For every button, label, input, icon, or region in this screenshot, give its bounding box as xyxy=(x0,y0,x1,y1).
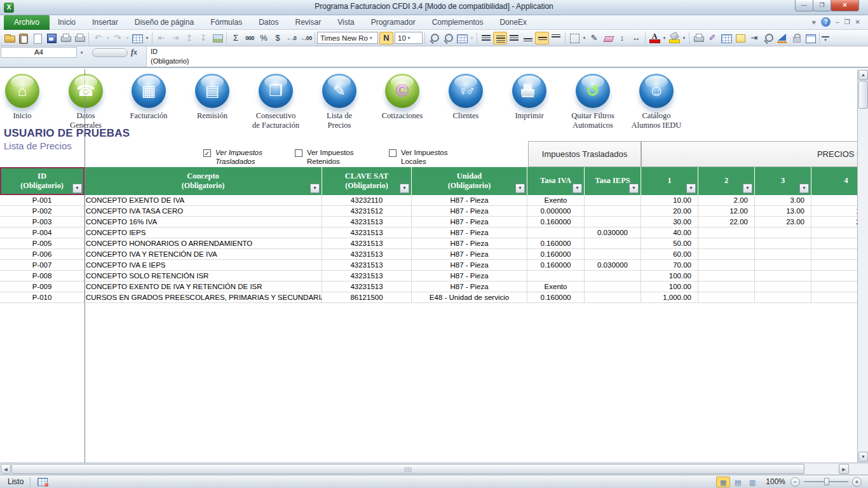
tab-datos[interactable]: Datos xyxy=(250,15,287,30)
table-cell[interactable] xyxy=(527,271,585,281)
table-cell[interactable]: Exento xyxy=(527,195,585,206)
thousands-format-button[interactable]: 000 xyxy=(243,32,257,44)
fill-color-dropdown-icon[interactable]: ▾ xyxy=(681,36,687,41)
column-header-precio-3[interactable]: 3 ▼ xyxy=(755,167,811,195)
zoom-out-button[interactable]: − xyxy=(790,477,800,487)
table-cell[interactable]: 43231513 xyxy=(322,238,412,249)
table-cell[interactable]: 50.00 xyxy=(641,238,698,249)
more-buttons-icon[interactable]: ▾ xyxy=(822,36,829,43)
tab-programador[interactable]: Programador xyxy=(363,15,424,30)
table-cell[interactable]: 0.160000 xyxy=(527,292,585,303)
delete-cells-button[interactable]: ⇥ xyxy=(168,32,182,44)
format-painter-button[interactable]: ✐ xyxy=(705,32,719,44)
vertical-scrollbar[interactable]: ▲ ▼ xyxy=(857,69,868,463)
ribbon-close-icon[interactable]: ✕ xyxy=(855,18,860,25)
table-cell[interactable]: 13.00 xyxy=(755,206,811,217)
normal-view-button[interactable]: ▦ xyxy=(716,477,730,487)
borders-dropdown-icon[interactable]: ▾ xyxy=(581,36,587,41)
table-cell[interactable]: 23.00 xyxy=(755,217,811,227)
font-name-select[interactable]: Times New Ro ▾ xyxy=(317,32,378,44)
table-cell[interactable] xyxy=(755,292,811,303)
ribbon-minimize-icon[interactable]: ‒ xyxy=(836,18,839,25)
tab-complementos[interactable]: Complementos xyxy=(424,15,492,30)
table-cell[interactable]: H87 - Pieza xyxy=(412,281,527,292)
table-cell[interactable]: CONCEPTO IVA Y RETENCIÓN DE IVA xyxy=(85,249,322,260)
table-cell[interactable]: P-003 xyxy=(0,217,85,227)
align-bottom-button[interactable] xyxy=(521,32,535,44)
table-cell[interactable]: CONCEPTO EXENTO DE IVA xyxy=(85,195,322,206)
filter-button[interactable]: ▼ xyxy=(799,184,809,193)
table-cell[interactable]: H87 - Pieza xyxy=(412,227,527,238)
nav-button-remision[interactable]: ▤ Remisión xyxy=(177,74,247,121)
table-cell[interactable]: 2.00 xyxy=(698,195,755,206)
checkbox-unchecked-icon[interactable] xyxy=(295,149,302,157)
table-cell[interactable] xyxy=(585,292,641,303)
redo-button[interactable]: ↷ xyxy=(111,32,125,44)
table-cell[interactable]: 43231513 xyxy=(322,249,412,260)
table-cell[interactable]: 86121500 xyxy=(322,292,412,303)
table-cell[interactable] xyxy=(585,238,641,249)
table-cell[interactable]: E48 - Unidad de servicio xyxy=(412,292,527,303)
table-cell[interactable] xyxy=(698,271,755,281)
table-cell[interactable] xyxy=(585,195,641,206)
undo-button[interactable]: ↶ xyxy=(91,32,105,44)
paste-button[interactable] xyxy=(17,32,31,44)
table-cell[interactable]: 0.160000 xyxy=(527,238,585,249)
page-break-view-button[interactable]: ▥ xyxy=(745,477,759,487)
table-cell[interactable] xyxy=(698,227,755,238)
zoom-slider[interactable] xyxy=(804,481,848,482)
autosum-button[interactable]: Σ xyxy=(229,32,243,44)
format-as-table-button[interactable] xyxy=(130,32,144,44)
ribbon-restore-icon[interactable]: ❐ xyxy=(844,18,850,25)
nav-button-clientes[interactable]: ♀♂ Clientes xyxy=(431,74,501,121)
filter-button[interactable]: ▼ xyxy=(310,184,320,193)
table-cell[interactable] xyxy=(755,271,811,281)
table-cell[interactable]: CONCEPTO IEPS xyxy=(85,227,322,238)
decrease-size-button[interactable]: ↧ xyxy=(196,32,210,44)
table-cell[interactable]: 0.160000 xyxy=(527,249,585,260)
print-button[interactable] xyxy=(58,32,72,44)
font-color-button[interactable] xyxy=(648,32,661,44)
table-cell[interactable]: 0.030000 xyxy=(585,260,641,271)
formula-input[interactable]: ID (Obligatorio) xyxy=(146,46,868,67)
tab-revisar[interactable]: Revisar xyxy=(287,15,330,30)
borders-button[interactable] xyxy=(567,32,581,44)
table-cell[interactable]: Exento xyxy=(527,281,585,292)
table-cell[interactable]: CONCEPTO 16% IVA xyxy=(85,217,322,227)
insert-cells-button[interactable]: ⇤ xyxy=(154,32,168,44)
tab-insertar[interactable]: Insertar xyxy=(84,15,126,30)
table-cell[interactable]: CURSOS EN GRADOS PREESCOLARES, PRIMARIAS… xyxy=(85,292,322,303)
table-cell[interactable]: H87 - Pieza xyxy=(412,238,527,249)
table-cell[interactable]: H87 - Pieza xyxy=(412,260,527,271)
table-cell[interactable]: P-006 xyxy=(0,249,85,260)
filter-button[interactable]: ▼ xyxy=(686,184,696,193)
table-cell[interactable]: 30.00 xyxy=(641,217,698,227)
table-cell[interactable] xyxy=(585,271,641,281)
print-titles-button[interactable] xyxy=(691,32,705,44)
help-icon[interactable]: ? xyxy=(821,17,831,27)
name-box-dropdown-icon[interactable]: ▾ xyxy=(77,47,86,58)
redo-dropdown-icon[interactable]: ▾ xyxy=(125,36,130,41)
nav-button-imprimir[interactable]: Imprimir xyxy=(494,74,564,121)
filter-button[interactable]: ▼ xyxy=(743,184,752,193)
tab-vista[interactable]: Vista xyxy=(329,15,362,30)
edit-table-button[interactable] xyxy=(719,32,733,44)
filter-button[interactable]: ▼ xyxy=(72,184,82,193)
nav-button-facturacion[interactable]: ▦ Facturación xyxy=(114,74,184,121)
table-cell[interactable]: 43231513 xyxy=(322,260,412,271)
table-cell[interactable]: CONCEPTO IVA TASA CERO xyxy=(85,206,322,217)
table-cell[interactable]: H87 - Pieza xyxy=(412,195,527,206)
table-cell[interactable] xyxy=(755,260,811,271)
insert-picture-button[interactable] xyxy=(210,32,224,44)
filter-button[interactable]: ▼ xyxy=(400,184,409,193)
bold-button[interactable]: N xyxy=(379,32,393,44)
table-cell[interactable] xyxy=(585,281,641,292)
font-size-select[interactable]: 10 ▾ xyxy=(395,32,423,44)
scroll-down-button[interactable]: ▼ xyxy=(858,452,868,462)
align-center-button[interactable] xyxy=(493,32,507,44)
open-button[interactable] xyxy=(3,32,17,44)
column-header-id[interactable]: ID(Obligatorio) ▼ xyxy=(0,167,85,195)
erase-border-button[interactable] xyxy=(601,32,615,44)
increase-decimal-button[interactable]: ←.0 xyxy=(285,32,299,44)
table-cell[interactable]: 43231513 xyxy=(322,281,412,292)
